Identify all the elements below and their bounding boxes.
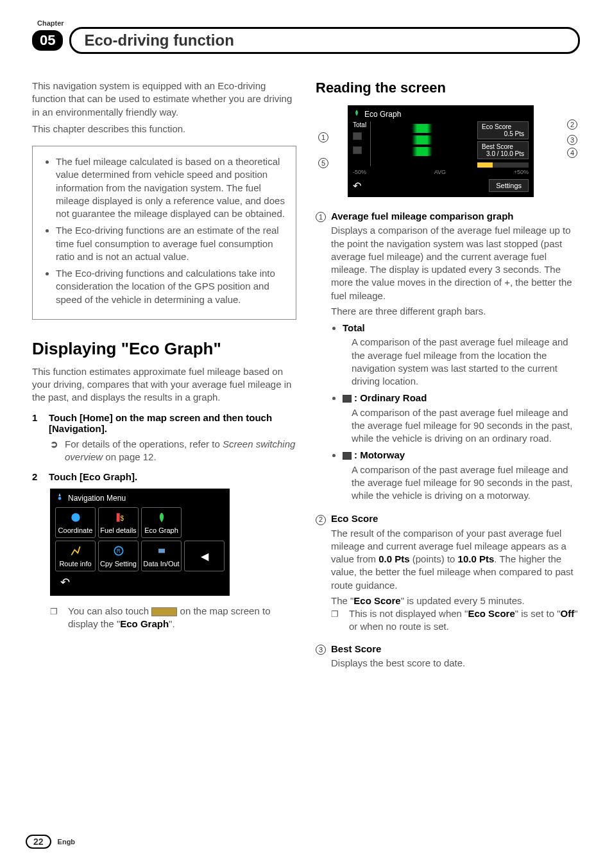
eco-settings-button[interactable]: Settings — [489, 179, 529, 192]
svg-rect-2 — [116, 513, 119, 521]
chapter-number-pill: 05 — [32, 30, 63, 51]
nav-item-eco-graph[interactable]: Eco Graph — [141, 507, 182, 538]
nav-item-coordinate[interactable]: Coordinate — [55, 507, 96, 538]
note-box: The fuel mileage calculated is based on … — [32, 146, 296, 320]
nav-menu-icon — [55, 492, 64, 503]
motorway-icon — [353, 146, 362, 154]
list-num-2: 2 — [316, 515, 326, 525]
item-1-tail: There are three different graph bars. — [331, 305, 580, 318]
eco-graph-scale: -50% AVG +50% — [353, 169, 529, 175]
callout-2: 2 — [567, 119, 577, 130]
sub-motorway: : Motorway A comparison of the past aver… — [343, 449, 580, 502]
map-touch-note: You can also touch on the map screen to … — [32, 605, 296, 631]
intro-paragraph-2: This chapter describes this function. — [32, 123, 296, 135]
left-column: This navigation system is equipped with … — [32, 80, 296, 676]
callout-5: 5 — [318, 158, 328, 168]
ordinary-road-glyph-icon — [343, 395, 352, 403]
section-heading-displaying: Displaying "Eco Graph" — [32, 339, 296, 359]
svg-point-1 — [71, 513, 80, 521]
chapter-label: Chapter — [37, 19, 580, 27]
motorway-glyph-icon — [343, 452, 352, 460]
nav-back-icon[interactable]: ↶ — [55, 575, 75, 590]
section-description: This function estimates approximate fuel… — [32, 365, 296, 404]
list-num-3: 3 — [316, 645, 326, 655]
nav-item-route-info[interactable]: Route info — [55, 541, 96, 571]
item-3-body: Displays the best score to date. — [331, 657, 465, 668]
nav-item-fuel-details[interactable]: $ Fuel details — [98, 507, 139, 538]
nav-item-back-arrow[interactable]: ◀ — [184, 541, 225, 571]
page-title: Eco-driving function — [69, 27, 580, 54]
reference-arrow-icon: ➲ — [50, 438, 58, 464]
callout-3: 3 — [567, 135, 577, 145]
svg-text:R: R — [116, 548, 120, 554]
step-1-heading: 1Touch [Home] on the map screen and then… — [32, 412, 296, 434]
item-2-title: Eco Score — [331, 512, 580, 525]
sub-total: Total A comparison of the past average f… — [343, 322, 580, 388]
eco-graph-screenshot: Eco Graph Total Eco Sco — [348, 105, 534, 197]
eco-graph-map-icon[interactable] — [151, 607, 177, 616]
note-item-1: The fuel mileage calculated is based on … — [56, 155, 285, 220]
intro-paragraph-1: This navigation system is equipped with … — [32, 80, 296, 119]
nav-item-data-in-out[interactable]: Data In/Out — [141, 541, 182, 571]
eco-comparison-graph — [370, 121, 473, 166]
item-2-tail: The "Eco Score" is updated every 5 minut… — [331, 595, 580, 607]
best-score-bar — [477, 162, 529, 168]
item-3-title: Best Score — [331, 643, 465, 655]
eco-score-box: Eco Score 0.5 Pts — [477, 121, 529, 139]
page-number: 22 — [26, 835, 51, 849]
item-1-title: Average fuel mileage comparison graph — [331, 210, 580, 223]
page-footer: 22 Engb — [26, 835, 75, 849]
note-item-2: The Eco-driving functions are an estimat… — [56, 224, 285, 263]
callout-1: 1 — [318, 132, 328, 143]
step-1-reference: ➲ For details of the operations, refer t… — [32, 438, 296, 464]
item-2-body: The result of the comparison of your pas… — [331, 528, 574, 591]
item-2-note: This is not displayed when "Eco Score" i… — [331, 607, 580, 634]
navigation-menu-screenshot: Navigation Menu Coordinate $ Fuel detail… — [50, 489, 230, 596]
callout-4: 4 — [567, 148, 577, 158]
nav-menu-title: Navigation Menu — [68, 494, 126, 503]
svg-point-0 — [58, 497, 62, 500]
eco-leaf-icon — [353, 109, 361, 119]
nav-item-cpy-setting[interactable]: R Cpy Setting — [98, 541, 139, 571]
eco-back-icon[interactable]: ↶ — [353, 180, 361, 192]
ordinary-road-icon — [353, 132, 362, 140]
right-column: Reading the screen 1 2 3 4 5 Eco Graph T… — [316, 80, 580, 676]
best-score-box: Best Score 3.0 / 10.0 Pts — [477, 141, 529, 159]
list-num-1: 1 — [316, 212, 326, 222]
sub-ordinary-road: : Ordinary Road A comparison of the past… — [343, 392, 580, 445]
note-item-3: The Eco-driving functions and calculatio… — [56, 267, 285, 306]
subsection-heading-reading: Reading the screen — [316, 80, 580, 96]
svg-text:$: $ — [120, 515, 124, 522]
step-2-heading: 2Touch [Eco Graph]. — [32, 471, 296, 482]
page-header: Chapter 05 Eco-driving function — [32, 19, 580, 54]
eco-total-label: Total — [353, 121, 366, 128]
page-language: Engb — [58, 838, 76, 846]
eco-graph-title: Eco Graph — [364, 110, 401, 119]
svg-rect-6 — [158, 549, 165, 553]
